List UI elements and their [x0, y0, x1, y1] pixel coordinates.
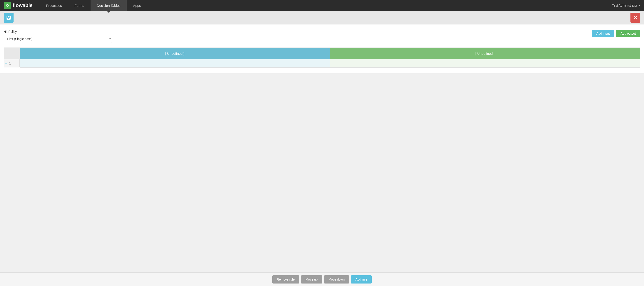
- nav-processes[interactable]: Processes: [40, 0, 68, 11]
- logo-text: flowable: [13, 3, 32, 8]
- move-up-button[interactable]: Move up: [301, 275, 322, 283]
- svg-rect-1: [8, 16, 10, 18]
- save-button[interactable]: [4, 13, 14, 23]
- row-number: 1: [9, 62, 11, 65]
- logo-icon: [4, 2, 11, 9]
- decision-table: [ Undefined ] [ Undefined ] ✓ 1: [4, 48, 640, 68]
- th-row-number: [4, 48, 20, 59]
- bottom-toolbar: Remove rule Move up Move down Add rule: [0, 272, 644, 286]
- hit-policy-left: Hit Policy: First (Single pass) Any Uniq…: [4, 30, 112, 43]
- check-icon: ✓: [5, 61, 8, 65]
- logo-area: flowable: [4, 2, 32, 9]
- main-content: Hit Policy: First (Single pass) Any Uniq…: [0, 25, 644, 73]
- td-output-cell[interactable]: [330, 59, 640, 68]
- decision-table-wrapper: [ Undefined ] [ Undefined ] ✓ 1: [4, 48, 640, 68]
- remove-rule-button[interactable]: Remove rule: [272, 275, 299, 283]
- add-input-button[interactable]: Add input: [592, 30, 614, 37]
- hit-policy-select[interactable]: First (Single pass) Any Unique Output or…: [4, 35, 112, 43]
- move-down-button[interactable]: Move down: [324, 275, 349, 283]
- toolbar-left: [4, 13, 14, 23]
- nav-decision-tables[interactable]: Decision Tables: [90, 0, 127, 11]
- topnav: flowable Processes Forms Decision Tables…: [0, 0, 644, 11]
- nav-links: Processes Forms Decision Tables Apps: [40, 0, 612, 11]
- td-input-cell[interactable]: [20, 59, 330, 68]
- hit-policy-label: Hit Policy:: [4, 30, 112, 34]
- add-output-button[interactable]: Add output: [616, 30, 640, 37]
- page-wrapper: flowable Processes Forms Decision Tables…: [0, 0, 644, 89]
- th-input[interactable]: [ Undefined ]: [20, 48, 330, 59]
- output-cell-input[interactable]: [332, 62, 638, 65]
- td-row-check: ✓ 1: [4, 59, 20, 67]
- toolbar: ✕: [0, 11, 644, 25]
- th-output[interactable]: [ Undefined ]: [330, 48, 640, 59]
- nav-apps[interactable]: Apps: [127, 0, 147, 11]
- close-button[interactable]: ✕: [630, 13, 640, 23]
- hit-policy-section: Hit Policy: First (Single pass) Any Uniq…: [4, 30, 640, 43]
- table-row: ✓ 1: [4, 59, 640, 68]
- add-rule-button[interactable]: Add rule: [351, 275, 372, 283]
- nav-forms[interactable]: Forms: [68, 0, 90, 11]
- hit-policy-buttons: Add input Add output: [592, 30, 640, 37]
- input-cell-input[interactable]: [22, 62, 328, 65]
- nav-user[interactable]: Test Administrator: [612, 4, 640, 7]
- svg-rect-3: [8, 18, 9, 19]
